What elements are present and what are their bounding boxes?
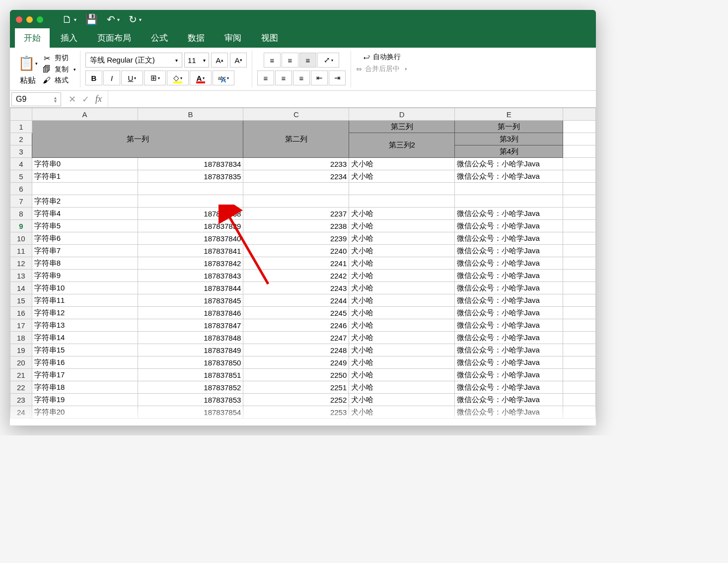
cell[interactable]: 187837847 [138,319,243,332]
cell[interactable]: 犬小哈 [349,170,455,183]
cell[interactable]: 187837846 [138,307,243,319]
tab-审阅[interactable]: 审阅 [216,28,250,48]
cell[interactable] [349,195,455,208]
align-center-button[interactable]: ≡ [275,70,292,85]
cell[interactable]: 字符串15 [32,344,138,356]
cell[interactable]: 2252 [243,394,349,406]
cell[interactable]: 2237 [243,208,349,220]
cell[interactable]: 字符串17 [32,369,138,381]
cell[interactable]: 第一列 [455,121,563,133]
font-name-select[interactable]: 等线 Regular (正文)▾ [85,53,182,68]
spreadsheet-grid[interactable]: A B C D E 1 第一列 第二列 第三列 第一列 2 第三列2 第3列 [10,108,596,419]
cell[interactable]: 字符串8 [32,257,138,270]
col-header-extra[interactable] [563,108,596,121]
row-header[interactable]: 17 [10,319,32,332]
fx-icon[interactable]: fx [95,94,102,105]
cell[interactable]: 犬小哈 [349,307,455,319]
tab-页面布局[interactable]: 页面布局 [88,28,140,48]
row-header[interactable]: 23 [10,394,32,406]
cell[interactable]: 犬小哈 [349,394,455,406]
cell[interactable]: 187837840 [138,232,243,245]
fill-color-button[interactable]: ◇▾ [167,70,189,85]
cell[interactable]: 2239 [243,232,349,245]
cell[interactable] [563,270,596,282]
cell[interactable]: 187837845 [138,294,243,307]
increase-indent-button[interactable]: ⇥ [329,70,346,85]
cell[interactable] [138,195,243,208]
cell[interactable]: 犬小哈 [349,245,455,257]
cell[interactable] [563,332,596,344]
cell[interactable]: 微信公众号：小哈学Java [455,158,563,170]
row-header[interactable]: 6 [10,183,32,195]
tab-公式[interactable]: 公式 [142,28,177,48]
formula-input[interactable] [108,91,596,107]
row-header[interactable]: 21 [10,369,32,381]
name-box[interactable]: G9▴▾ [11,92,61,106]
cell[interactable]: 187837844 [138,282,243,294]
orientation-button[interactable]: ⤢▾ [317,53,339,68]
row-header[interactable]: 2 [10,133,32,145]
cell[interactable]: 犬小哈 [349,356,455,369]
underline-button[interactable]: U▾ [121,70,143,85]
row-header[interactable]: 4 [10,158,32,170]
tab-开始[interactable]: 开始 [15,28,50,48]
cell[interactable]: 犬小哈 [349,332,455,344]
cell[interactable]: 字符串6 [32,232,138,245]
cell[interactable]: 2238 [243,220,349,232]
cell[interactable]: 微信公众号：小哈学Java [455,307,563,319]
cell[interactable] [138,183,243,195]
increase-font-button[interactable]: A▴ [211,53,228,68]
cell[interactable]: 2242 [243,270,349,282]
cell[interactable]: 187837848 [138,332,243,344]
cut-button[interactable]: ✂剪切 [42,54,76,63]
cell[interactable]: 微信公众号：小哈学Java [455,220,563,232]
cell[interactable]: 字符串11 [32,294,138,307]
cell[interactable]: 字符串4 [32,208,138,220]
cell[interactable] [563,319,596,332]
cell[interactable]: 微信公众号：小哈学Java [455,170,563,183]
cell[interactable] [563,282,596,294]
cell[interactable]: 犬小哈 [349,270,455,282]
cell[interactable]: 犬小哈 [349,158,455,170]
cell[interactable]: 2234 [243,170,349,183]
cell[interactable]: 犬小哈 [349,369,455,381]
format-painter-button[interactable]: 🖌格式 [42,76,76,85]
cell[interactable] [349,183,455,195]
cell[interactable]: 2233 [243,158,349,170]
wrap-text-button[interactable]: ⮐自动换行 [363,53,401,62]
cell[interactable]: 187837842 [138,257,243,270]
cell[interactable]: 2251 [243,381,349,394]
cell[interactable]: 字符串10 [32,282,138,294]
cell[interactable] [563,245,596,257]
cell[interactable]: 微信公众号：小哈学Java [455,381,563,394]
redo-icon[interactable]: ↻▾ [129,13,142,25]
cell[interactable]: 2243 [243,282,349,294]
cell[interactable] [563,133,596,145]
row-header[interactable]: 10 [10,232,32,245]
cell[interactable]: 犬小哈 [349,319,455,332]
tab-插入[interactable]: 插入 [52,28,86,48]
cell[interactable]: 187837851 [138,369,243,381]
bold-button[interactable]: B [85,70,102,85]
cell[interactable]: 187837854 [138,406,243,419]
row-header[interactable]: 15 [10,294,32,307]
cell[interactable]: 第二列 [243,121,349,158]
cell[interactable]: 第三列2 [349,133,455,158]
cell[interactable] [563,381,596,394]
cell[interactable] [563,294,596,307]
cell[interactable]: 字符串18 [32,381,138,394]
cell[interactable] [563,307,596,319]
cell[interactable] [243,195,349,208]
cell[interactable]: 犬小哈 [349,344,455,356]
cell[interactable]: 犬小哈 [349,232,455,245]
cell[interactable]: 187837841 [138,245,243,257]
font-color-button[interactable]: A▾ [190,70,212,85]
cell[interactable]: 微信公众号：小哈学Java [455,356,563,369]
row-header[interactable]: 16 [10,307,32,319]
cell[interactable] [563,220,596,232]
merge-center-button[interactable]: ⇔合并后居中▾ [356,65,407,73]
align-right-button[interactable]: ≡ [293,70,310,85]
select-all-corner[interactable] [10,108,32,121]
col-header-b[interactable]: B [138,108,243,121]
row-header[interactable]: 9 [10,220,32,232]
